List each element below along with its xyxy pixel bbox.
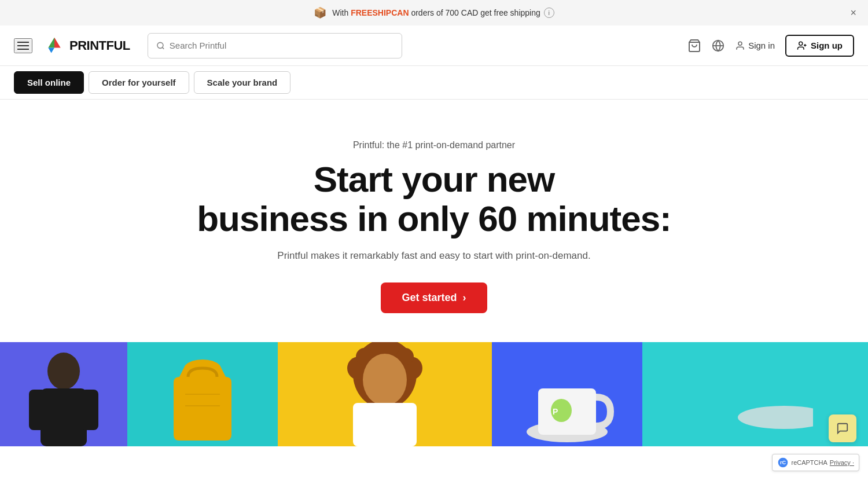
svg-point-24: [363, 354, 407, 406]
header: PRINTFUL: [0, 25, 868, 66]
card-content-1: [0, 342, 127, 446]
image-cards-row: P: [0, 342, 868, 446]
card-content-3: [278, 342, 492, 446]
tab-scale-your-brand[interactable]: Scale your brand: [194, 71, 291, 94]
get-started-button[interactable]: Get started ›: [381, 282, 487, 313]
add-user-icon: [797, 41, 807, 51]
hamburger-line: [17, 49, 29, 50]
tote-bag-illustration: [156, 348, 249, 446]
card-person-man: [0, 342, 127, 446]
hero-title-line1: Start your new: [314, 159, 555, 199]
svg-point-3: [157, 42, 163, 48]
svg-marker-1: [48, 37, 54, 47]
tab-sell-online[interactable]: Sell online: [14, 71, 84, 94]
svg-text:P: P: [553, 407, 558, 416]
hero-title: Start your new business in only 60 minut…: [12, 160, 856, 238]
promo-code[interactable]: FREESHIPCAN: [351, 8, 409, 17]
card-content-2: [127, 342, 278, 446]
chat-icon: [836, 422, 849, 435]
user-icon: [735, 41, 745, 51]
person-man-illustration: [23, 348, 104, 446]
card-woman-curly: [278, 342, 492, 446]
logo[interactable]: PRINTFUL: [44, 36, 130, 55]
hero-section: Printful: the #1 print-on-demand partner…: [0, 100, 868, 336]
card-mug: P: [492, 342, 642, 446]
shipping-icon: 📦: [314, 6, 326, 19]
svg-rect-25: [353, 403, 417, 446]
banner-info-icon[interactable]: i: [544, 8, 554, 18]
hero-description: Printful makes it remarkably fast and ea…: [12, 250, 856, 262]
woman-curly-illustration: [310, 342, 460, 446]
svg-marker-0: [54, 37, 61, 47]
partial-item-illustration: [697, 348, 813, 446]
hero-subtitle: Printful: the #1 print-on-demand partner: [12, 140, 856, 151]
banner-text: With FREESHIPCAN orders of 700 CAD get f…: [332, 8, 540, 17]
globe-icon: [712, 39, 724, 52]
cart-icon: [687, 39, 701, 53]
banner-close-button[interactable]: ×: [850, 7, 856, 19]
card-content-4: P: [492, 342, 642, 446]
get-started-label: Get started: [402, 292, 457, 304]
card-tote-bag: [127, 342, 278, 446]
nav-tabs: Sell online Order for yourself Scale you…: [0, 66, 868, 100]
hamburger-menu-button[interactable]: [14, 38, 32, 53]
mug-illustration: P: [515, 348, 619, 446]
search-input[interactable]: [170, 41, 393, 50]
svg-point-30: [738, 406, 813, 429]
arrow-icon: ›: [463, 292, 466, 304]
promo-banner: 📦 With FREESHIPCAN orders of 700 CAD get…: [0, 0, 868, 25]
svg-marker-2: [48, 47, 54, 53]
logo-text: PRINTFUL: [69, 38, 130, 53]
sign-up-button[interactable]: Sign up: [785, 35, 854, 57]
sign-in-button[interactable]: Sign in: [735, 41, 775, 51]
svg-point-12: [47, 353, 80, 390]
cart-button[interactable]: [687, 39, 701, 53]
logo-icon: [44, 36, 65, 55]
svg-rect-15: [81, 390, 98, 430]
search-icon: [156, 41, 165, 50]
svg-line-4: [162, 47, 164, 49]
svg-rect-13: [41, 388, 87, 446]
chat-widget[interactable]: [829, 414, 856, 442]
hero-title-line2: business in only 60 minutes:: [197, 199, 671, 238]
svg-rect-14: [29, 390, 46, 430]
svg-point-9: [799, 42, 803, 45]
svg-point-8: [738, 42, 742, 45]
language-button[interactable]: [712, 39, 724, 52]
search-box: [148, 33, 402, 58]
tab-order-for-yourself[interactable]: Order for yourself: [89, 71, 189, 94]
hamburger-line: [17, 42, 29, 43]
header-actions: Sign in Sign up: [687, 35, 854, 57]
hamburger-line: [17, 45, 29, 46]
